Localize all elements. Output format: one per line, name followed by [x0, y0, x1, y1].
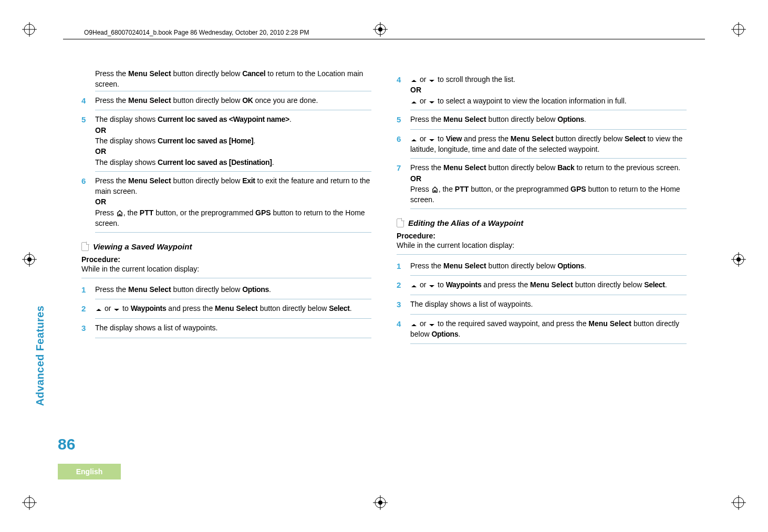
up-arrow-icon	[410, 79, 418, 83]
separator	[410, 343, 687, 344]
language-badge: English	[58, 464, 121, 479]
step-5: 5 The display shows Current loc saved as…	[81, 111, 371, 170]
crop-mark-icon	[22, 252, 37, 267]
step-number: 4	[81, 95, 89, 107]
separator	[95, 91, 371, 91]
left-column: Press the Menu Select button directly be…	[81, 68, 371, 453]
up-arrow-icon	[410, 138, 418, 142]
right-step-5: 5 Press the Menu Select button directly …	[397, 111, 687, 128]
subheading-title: Editing the Alias of a Waypoint	[408, 218, 523, 227]
step-number: 2	[397, 279, 404, 291]
separator	[397, 254, 687, 255]
separator	[410, 295, 687, 295]
subheading-viewing: Viewing a Saved Waypoint	[81, 242, 371, 251]
separator	[410, 208, 687, 209]
step-number: 7	[397, 162, 404, 205]
separator	[95, 299, 371, 299]
step-number: 6	[397, 133, 404, 155]
up-arrow-icon	[95, 308, 102, 312]
crop-mark-icon	[22, 22, 37, 37]
step-number: 4	[397, 318, 404, 340]
down-arrow-icon	[113, 308, 120, 312]
crop-mark-icon	[731, 495, 746, 510]
view-step-2: 2 or to Waypoints and press the Menu Sel…	[81, 300, 371, 317]
procedure-label: Procedure:	[81, 255, 371, 264]
note-icon	[397, 218, 404, 227]
separator	[95, 171, 371, 172]
print-header: O9Head_68007024014_b.book Page 86 Wednes…	[84, 29, 309, 36]
view-step-3: 3 The display shows a list of waypoints.	[81, 320, 371, 337]
home-icon	[116, 210, 123, 216]
step-number: 2	[81, 303, 89, 315]
right-step-6: 6 or to View and press the Menu Select b…	[397, 131, 687, 158]
step-number: 6	[81, 175, 89, 228]
note-icon	[81, 242, 89, 251]
intro-paragraph: Press the Menu Select button directly be…	[95, 68, 371, 90]
procedure-note: While in the current location display:	[81, 264, 371, 274]
right-step-4: 4 or to scroll through the list. OR or t…	[397, 71, 687, 109]
step-number: 1	[397, 260, 404, 272]
home-icon	[431, 186, 439, 193]
separator	[410, 158, 687, 159]
procedure-label: Procedure:	[397, 232, 687, 240]
step-number: 3	[397, 299, 404, 310]
separator	[81, 278, 371, 278]
crop-mark-icon	[373, 495, 388, 510]
step-number: 1	[81, 284, 89, 296]
crop-mark-icon	[22, 495, 37, 510]
separator	[95, 318, 371, 319]
step-6: 6 Press the Menu Select button directly …	[81, 173, 371, 231]
right-column: 4 or to scroll through the list. OR or t…	[397, 68, 687, 453]
separator	[410, 129, 687, 130]
up-arrow-icon	[410, 284, 418, 288]
right-step-7: 7 Press the Menu Select button directly …	[397, 160, 687, 207]
up-arrow-icon	[410, 323, 418, 327]
view-step-1: 1 Press the Menu Select button directly …	[81, 281, 371, 298]
subheading-title: Viewing a Saved Waypoint	[93, 242, 192, 251]
procedure-note: While in the current location display:	[397, 240, 687, 251]
edit-step-4: 4 or to the required saved waypoint, and…	[397, 316, 687, 342]
down-arrow-icon	[428, 79, 435, 83]
crop-mark-icon	[373, 22, 388, 37]
down-arrow-icon	[428, 138, 435, 142]
down-arrow-icon	[428, 100, 435, 105]
crop-mark-icon	[731, 252, 746, 267]
separator	[95, 110, 371, 110]
down-arrow-icon	[428, 284, 435, 288]
edit-step-2: 2 or to Waypoints and press the Menu Sel…	[397, 277, 687, 294]
separator	[410, 275, 687, 276]
step-number: 3	[81, 322, 89, 334]
step-number: 5	[397, 114, 404, 126]
separator	[95, 232, 371, 233]
separator	[95, 338, 371, 338]
step-number: 4	[397, 74, 404, 106]
step-number: 5	[81, 114, 89, 167]
up-arrow-icon	[410, 100, 418, 105]
separator	[410, 314, 687, 315]
separator	[410, 110, 687, 110]
edit-step-1: 1 Press the Menu Select button directly …	[397, 258, 687, 275]
section-side-label: Advanced Features	[34, 306, 46, 406]
header-divider	[63, 39, 705, 39]
page-number: 86	[58, 435, 75, 453]
down-arrow-icon	[428, 323, 435, 327]
subheading-editing: Editing the Alias of a Waypoint	[397, 218, 687, 227]
crop-mark-icon	[731, 22, 746, 37]
edit-step-3: 3 The display shows a list of waypoints.	[397, 296, 687, 313]
step-4: 4 Press the Menu Select button directly …	[81, 92, 371, 109]
